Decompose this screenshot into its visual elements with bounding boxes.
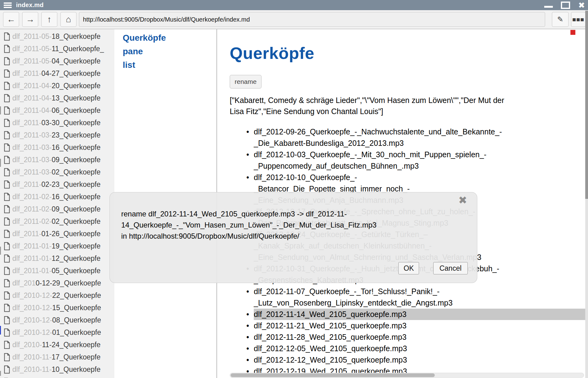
vertical-scrollbar[interactable] (585, 10, 588, 378)
cancel-button[interactable]: Cancel (433, 262, 468, 274)
filename-distinct-part: 20_Querkoepfe (51, 82, 101, 90)
filename-distinct-part: 02_Querkoepfe (51, 217, 101, 226)
filename-common-prefix: dlf_2011-03- (12, 131, 51, 139)
minimize-icon (544, 6, 553, 8)
filename-common-prefix: dlf_2011-03- (12, 143, 51, 152)
sidebar-file-item[interactable]: dlf_2010-11-17_Querkoepfe (0, 351, 114, 363)
sidebar-file-item[interactable]: dlf_2010-12-29_Querkoepfe (0, 277, 114, 289)
file-icon (4, 316, 10, 324)
filename-distinct-part: 01_Querkoepfe (52, 328, 101, 337)
sidebar-file-item[interactable]: dlf_2010-12-01_Querkoepfe (0, 326, 114, 339)
sidebar-file-item[interactable]: dlf_2011-04-06_Querkoepfe (0, 104, 114, 117)
sidebar-file-item[interactable]: dlf_2011-04-27_Querkoepfe (0, 67, 114, 80)
mp3-list-item[interactable]: dlf_2012-09-26_Querkoepfe_-_Nachwuchstal… (254, 126, 586, 149)
sidebar-file-item[interactable]: dlf_2011-03-16_Querkoepfe (0, 141, 114, 154)
sidebar-file-item[interactable]: dlf_2011-05-11_Querkoepfe_ (0, 43, 114, 55)
sidebar-file-item[interactable]: dlf_2011-03-02_Querkoepfe (0, 166, 114, 178)
sidebar-file-item[interactable]: dlf_2011-01-12_Querkoepfe (0, 252, 114, 265)
sidebar-file-item[interactable]: dlf_2011-02-02_Querkoepfe (0, 215, 114, 228)
mp3-list-item[interactable]: dlf_2012-11-14_Wed_2105_querkoepfe.mp3 (254, 309, 586, 320)
mp3-list-item[interactable]: dlf_2012-11-07_Querkoepfe_-_Tor!_Schluss… (254, 286, 586, 309)
close-icon: ✖ (578, 1, 585, 9)
up-button[interactable]: ↑ (41, 12, 57, 27)
menu-icon[interactable] (4, 2, 12, 8)
mp3-list-item[interactable]: dlf_2012-10-03_Querkoepfe_-_Mit_30_noch_… (254, 149, 586, 172)
filename-common-prefix: dlf_2010- (12, 341, 42, 349)
url-input[interactable]: http://localhost:9005/Dropbox/Music/dlf/… (79, 12, 545, 27)
back-button[interactable]: ← (3, 12, 19, 27)
sidebar-file-item[interactable]: dlf_2011-03-09_Querkoepfe (0, 154, 114, 166)
maximize-button[interactable] (561, 2, 570, 9)
sidebar-file-item[interactable]: dlf_2011-01-26_Querkoepfe (0, 228, 114, 240)
sidebar-file-item[interactable]: dlf_2011-05-18_Querkoepfe (0, 30, 114, 43)
filename-distinct-part: 19_Querkoepfe (51, 242, 101, 250)
rename-button[interactable]: rename (230, 75, 261, 88)
mp3-list-item[interactable]: dlf_2012-12-12_Wed_2105_querkoepfe.mp3 (254, 354, 586, 366)
sidebar-file-item[interactable]: dlf_2011-01-19_Querkoepfe (0, 240, 114, 252)
sidebar-file-item[interactable]: dlf_2010-11-24_Querkoepfe (0, 339, 114, 351)
edit-button[interactable]: ✎ (552, 12, 569, 27)
horizontal-scrollbar[interactable] (230, 373, 584, 378)
sidebar-file-item[interactable]: dlf_2011-02-16_Querkoepfe (0, 191, 114, 203)
filename-distinct-part: 12_Querkoepfe (51, 254, 101, 263)
sidebar-file-item[interactable]: dlf_2011-05-04_Querkoepfe (0, 55, 114, 67)
ok-button[interactable]: OK (398, 262, 419, 274)
nav-link-pane[interactable]: pane (123, 47, 216, 56)
filename-distinct-part: 11_Querkoepfe_ (51, 45, 104, 53)
filename-common-prefix: dlf_2011-03- (12, 156, 51, 164)
mp3-filename: dlf_2012-09-26_Querkoepfe_-_Nachwuchstal… (254, 126, 586, 149)
file-icon (4, 217, 10, 226)
filename-common-prefix: dlf_2011-05- (12, 45, 51, 53)
sidebar-file-item[interactable]: dlf_2010-12-08_Querkoepfe (0, 314, 114, 326)
filename-common-prefix: dlf_2011- (12, 69, 41, 78)
clipped-column-artifact (0, 106, 1, 114)
sidebar-file-item[interactable]: dlf_2010-11-10_Querkoepfe (0, 363, 114, 376)
forward-button[interactable]: → (22, 12, 38, 27)
clipped-column-artifact (0, 159, 1, 167)
file-icon (4, 193, 10, 201)
file-icon (4, 168, 10, 176)
sidebar-file-item[interactable]: dlf_2011-02-09_Querkoepfe (0, 203, 114, 215)
mp3-list-item[interactable]: dlf_2012-12-05_Wed_2105_querkoepfe.mp3 (254, 343, 586, 354)
filename-common-prefix: dlf_2011-04- (12, 82, 51, 90)
metadata-text: ["Kabarett, Comedy & schräge Lieder","\"… (230, 95, 584, 117)
filename-common-prefix: dlf_2011- (12, 119, 41, 127)
file-icon (4, 365, 10, 374)
filename-common-prefix: dlf_2011-01- (12, 242, 51, 250)
sidebar-file-item[interactable]: dlf_2011-01-05_Querkoepfe (0, 265, 114, 277)
filename-common-prefix: dlf_2011-05- (12, 32, 51, 41)
file-icon (4, 119, 10, 127)
sidebar-file-item[interactable]: dlf_2011-03-30_Querkoepfe (0, 117, 114, 129)
sidebar-file-item[interactable]: dlf_2011-04-20_Querkoepfe (0, 80, 114, 92)
filename-common-prefix: dlf_2011- (12, 180, 41, 189)
sidebar-file-item[interactable]: dlf_2011-02-23_Querkoepfe (0, 178, 114, 191)
file-icon (4, 57, 10, 65)
mp3-list-item[interactable]: dlf_2012-11-21_Wed_2105_querkoepfe.mp3 (254, 320, 586, 331)
more-options-button[interactable]: ■■■ (571, 12, 586, 27)
sidebar-file-item[interactable]: dlf_2010-12-15_Querkoepfe (0, 302, 114, 314)
minimize-button[interactable] (544, 3, 553, 8)
mp3-list-item[interactable]: dlf_2012-11-28_Wed_2105_querkoepfe.mp3 (254, 331, 586, 343)
nav-link-list[interactable]: list (123, 60, 216, 70)
vertical-scrollbar-thumb[interactable] (585, 11, 588, 199)
close-button[interactable]: ✖ (578, 1, 585, 9)
dialog-close-icon[interactable]: ✖ (458, 195, 467, 205)
sidebar-file-item[interactable]: dlf_2011-04-13_Querkoepfe (0, 92, 114, 104)
filename-distinct-part: 22_Querkoepfe (52, 291, 101, 300)
sidebar-file-item[interactable]: dlf_2010-12-22_Querkoepfe (0, 289, 114, 302)
nav-link-querk-pfe[interactable]: Querköpfe (123, 33, 216, 43)
filename-distinct-part: 01-26_Querkoepfe (41, 230, 101, 238)
clipped-column-artifact (0, 371, 1, 376)
filename-distinct-part: 15_Querkoepfe (52, 304, 101, 312)
home-button[interactable]: ⌂ (60, 12, 76, 27)
sidebar-file-item[interactable]: dlf_2011-03-23_Querkoepfe (0, 129, 114, 141)
sidebar-file-item[interactable]: dlf_2010-11-03_Querkoepfe (0, 376, 114, 378)
filename-distinct-part: 16_Querkoepfe (51, 193, 101, 201)
file-icon (4, 328, 10, 337)
file-icon (4, 45, 10, 53)
dialog-message: rename dlf_2012-11-14_Wed_2105_querkoepf… (121, 208, 430, 242)
horizontal-scrollbar-thumb[interactable] (231, 373, 435, 377)
ellipsis-icon: ■■■ (572, 16, 584, 23)
filename-common-prefix: dlf_2010-12- (12, 291, 52, 300)
filename-distinct-part: 05_Querkoepfe (51, 267, 101, 275)
